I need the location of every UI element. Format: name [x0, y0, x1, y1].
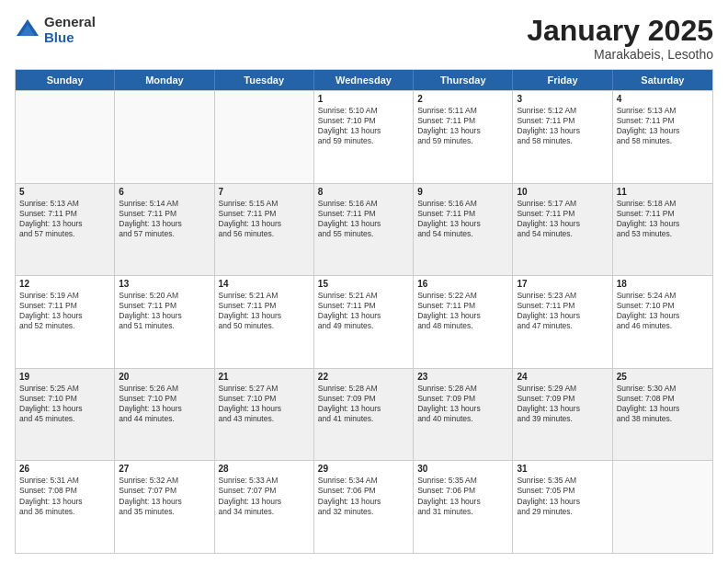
- cell-line-3: and 57 minutes.: [19, 229, 110, 239]
- cell-line-1: Sunset: 7:09 PM: [517, 394, 608, 404]
- cell-line-3: and 45 minutes.: [19, 414, 110, 424]
- cell-line-2: Daylight: 13 hours: [119, 404, 210, 414]
- calendar-body: 1Sunrise: 5:10 AMSunset: 7:10 PMDaylight…: [16, 90, 712, 553]
- cell-line-3: and 49 minutes.: [318, 321, 409, 331]
- calendar-cell-12: 12Sunrise: 5:19 AMSunset: 7:11 PMDayligh…: [16, 276, 115, 368]
- calendar-cell-27: 27Sunrise: 5:32 AMSunset: 7:07 PMDayligh…: [115, 461, 214, 553]
- calendar-cell-31: 31Sunrise: 5:35 AMSunset: 7:05 PMDayligh…: [513, 461, 612, 553]
- cell-line-1: Sunset: 7:10 PM: [617, 301, 709, 311]
- logo: General Blue: [15, 15, 96, 45]
- cell-line-1: Sunset: 7:11 PM: [617, 116, 709, 126]
- cell-line-1: Sunset: 7:11 PM: [219, 301, 310, 311]
- calendar-cell-29: 29Sunrise: 5:34 AMSunset: 7:06 PMDayligh…: [314, 461, 414, 553]
- calendar-cell-23: 23Sunrise: 5:28 AMSunset: 7:09 PMDayligh…: [414, 369, 513, 461]
- cell-line-3: and 47 minutes.: [517, 321, 608, 331]
- calendar-cell-19: 19Sunrise: 5:25 AMSunset: 7:10 PMDayligh…: [16, 369, 115, 461]
- day-number: 7: [219, 187, 310, 197]
- cell-line-2: Daylight: 13 hours: [219, 311, 310, 321]
- calendar-cell-26: 26Sunrise: 5:31 AMSunset: 7:08 PMDayligh…: [16, 461, 115, 553]
- header-cell-thursday: Thursday: [414, 70, 513, 90]
- cell-line-1: Sunset: 7:10 PM: [219, 394, 310, 404]
- cell-line-0: Sunrise: 5:13 AM: [19, 199, 110, 209]
- calendar-cell-10: 10Sunrise: 5:17 AMSunset: 7:11 PMDayligh…: [513, 184, 612, 276]
- calendar-cell-14: 14Sunrise: 5:21 AMSunset: 7:11 PMDayligh…: [215, 276, 314, 368]
- cell-line-0: Sunrise: 5:35 AM: [417, 476, 508, 486]
- cell-line-2: Daylight: 13 hours: [417, 404, 508, 414]
- day-number: 28: [219, 464, 310, 474]
- cell-line-3: and 41 minutes.: [318, 414, 409, 424]
- day-number: 1: [318, 94, 409, 104]
- day-number: 19: [19, 372, 110, 382]
- calendar-cell-2: 2Sunrise: 5:11 AMSunset: 7:11 PMDaylight…: [414, 91, 513, 183]
- calendar-cell-empty-0-0: [16, 91, 115, 183]
- day-number: 16: [417, 279, 508, 289]
- cell-line-0: Sunrise: 5:14 AM: [119, 199, 210, 209]
- cell-line-3: and 31 minutes.: [417, 507, 508, 517]
- cell-line-2: Daylight: 13 hours: [617, 126, 709, 136]
- title-block: January 2025 Marakabeis, Lesotho: [527, 15, 713, 62]
- cell-line-2: Daylight: 13 hours: [417, 311, 508, 321]
- cell-line-0: Sunrise: 5:20 AM: [119, 291, 210, 301]
- header-cell-sunday: Sunday: [16, 70, 115, 90]
- cell-line-0: Sunrise: 5:21 AM: [219, 291, 310, 301]
- calendar-cell-6: 6Sunrise: 5:14 AMSunset: 7:11 PMDaylight…: [115, 184, 214, 276]
- cell-line-3: and 55 minutes.: [318, 229, 409, 239]
- cell-line-1: Sunset: 7:11 PM: [119, 301, 210, 311]
- logo-text: General Blue: [44, 15, 96, 45]
- calendar-cell-13: 13Sunrise: 5:20 AMSunset: 7:11 PMDayligh…: [115, 276, 214, 368]
- calendar-row-3: 19Sunrise: 5:25 AMSunset: 7:10 PMDayligh…: [16, 368, 712, 461]
- cell-line-0: Sunrise: 5:24 AM: [617, 291, 709, 301]
- cell-line-2: Daylight: 13 hours: [617, 404, 709, 414]
- cell-line-1: Sunset: 7:10 PM: [19, 394, 110, 404]
- cell-line-1: Sunset: 7:11 PM: [219, 209, 310, 219]
- cell-line-3: and 59 minutes.: [318, 136, 409, 146]
- cell-line-3: and 36 minutes.: [19, 507, 110, 517]
- cell-line-1: Sunset: 7:07 PM: [219, 486, 310, 496]
- cell-line-3: and 50 minutes.: [219, 321, 310, 331]
- calendar-cell-15: 15Sunrise: 5:21 AMSunset: 7:11 PMDayligh…: [314, 276, 414, 368]
- cell-line-1: Sunset: 7:11 PM: [517, 209, 608, 219]
- calendar-cell-22: 22Sunrise: 5:28 AMSunset: 7:09 PMDayligh…: [314, 369, 414, 461]
- cell-line-0: Sunrise: 5:26 AM: [119, 384, 210, 394]
- header-cell-saturday: Saturday: [613, 70, 712, 90]
- cell-line-3: and 59 minutes.: [417, 136, 508, 146]
- cell-line-2: Daylight: 13 hours: [219, 497, 310, 507]
- day-number: 21: [219, 372, 310, 382]
- cell-line-3: and 38 minutes.: [617, 414, 709, 424]
- cell-line-3: and 58 minutes.: [517, 136, 608, 146]
- cell-line-1: Sunset: 7:11 PM: [119, 209, 210, 219]
- cell-line-1: Sunset: 7:11 PM: [19, 209, 110, 219]
- cell-line-1: Sunset: 7:08 PM: [617, 394, 709, 404]
- day-number: 6: [119, 187, 210, 197]
- cell-line-0: Sunrise: 5:15 AM: [219, 199, 310, 209]
- day-number: 17: [517, 279, 608, 289]
- cell-line-3: and 48 minutes.: [417, 321, 508, 331]
- cell-line-0: Sunrise: 5:28 AM: [318, 384, 409, 394]
- cell-line-0: Sunrise: 5:28 AM: [417, 384, 508, 394]
- cell-line-1: Sunset: 7:11 PM: [318, 209, 409, 219]
- cell-line-2: Daylight: 13 hours: [318, 126, 409, 136]
- cell-line-0: Sunrise: 5:33 AM: [219, 476, 310, 486]
- cell-line-1: Sunset: 7:11 PM: [517, 301, 608, 311]
- calendar-row-4: 26Sunrise: 5:31 AMSunset: 7:08 PMDayligh…: [16, 460, 712, 553]
- cell-line-3: and 58 minutes.: [617, 136, 709, 146]
- day-number: 5: [19, 187, 110, 197]
- cell-line-2: Daylight: 13 hours: [517, 497, 608, 507]
- cell-line-2: Daylight: 13 hours: [517, 404, 608, 414]
- cell-line-2: Daylight: 13 hours: [219, 404, 310, 414]
- day-number: 22: [318, 372, 409, 382]
- day-number: 4: [617, 94, 709, 104]
- cell-line-1: Sunset: 7:11 PM: [417, 209, 508, 219]
- cell-line-2: Daylight: 13 hours: [417, 497, 508, 507]
- day-number: 18: [617, 279, 709, 289]
- calendar-cell-25: 25Sunrise: 5:30 AMSunset: 7:08 PMDayligh…: [613, 369, 712, 461]
- calendar-cell-21: 21Sunrise: 5:27 AMSunset: 7:10 PMDayligh…: [215, 369, 314, 461]
- cell-line-1: Sunset: 7:10 PM: [119, 394, 210, 404]
- day-number: 8: [318, 187, 409, 197]
- cell-line-3: and 53 minutes.: [617, 229, 709, 239]
- cell-line-3: and 52 minutes.: [19, 321, 110, 331]
- calendar-cell-17: 17Sunrise: 5:23 AMSunset: 7:11 PMDayligh…: [513, 276, 612, 368]
- cell-line-3: and 34 minutes.: [219, 507, 310, 517]
- calendar-header-row: SundayMondayTuesdayWednesdayThursdayFrid…: [16, 70, 712, 90]
- cell-line-1: Sunset: 7:11 PM: [417, 301, 508, 311]
